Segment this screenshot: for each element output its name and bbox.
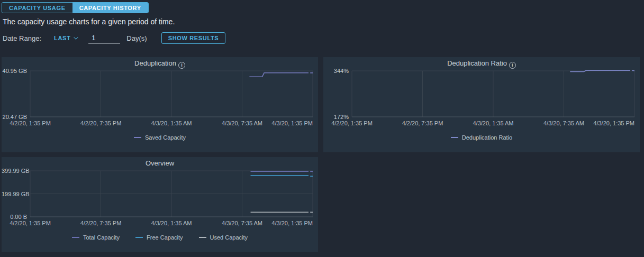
y-axis-label: 199.99 GB: [2, 191, 27, 197]
x-axis-label: 4/2/20, 7:35 PM: [80, 120, 122, 126]
page-description: The capacity usage charts for a given pe…: [3, 17, 175, 26]
legend-label: Free Capacity: [147, 234, 183, 241]
chart-legend: Saved Capacity: [2, 134, 318, 141]
x-axis-label: 4/3/20, 1:35 PM: [271, 220, 313, 226]
legend-label: Saved Capacity: [145, 134, 186, 141]
x-axis-label: 4/3/20, 1:35 AM: [151, 220, 192, 226]
days-input[interactable]: [88, 33, 120, 44]
legend-label: Used Capacity: [210, 234, 248, 241]
capacity-tab-group: CAPACITY USAGE CAPACITY HISTORY: [2, 2, 149, 13]
legend-line-icon: [72, 237, 79, 238]
x-axis-label: 4/2/20, 1:35 PM: [10, 220, 51, 226]
legend-item: Free Capacity: [135, 234, 183, 241]
y-axis-label: 0.00 B: [2, 214, 27, 220]
x-axis-label: 4/3/20, 1:35 AM: [151, 120, 192, 126]
legend-item: Total Capacity: [72, 234, 120, 241]
legend-label: Deduplication Ratio: [462, 134, 512, 141]
series-end-dash: [632, 70, 634, 71]
x-axis-label: 4/2/20, 1:35 PM: [10, 120, 51, 126]
chart-panel-deduplication: Deduplicationi 40.95 GB20.47 GB4/2/20, 1…: [2, 57, 318, 152]
tab-capacity-usage[interactable]: CAPACITY USAGE: [2, 3, 72, 13]
series-line: [249, 73, 309, 77]
legend-line-icon: [134, 137, 141, 138]
chart-panel-deduplication-ratio: Deduplication Ratioi 344%172%4/2/20, 1:3…: [323, 57, 640, 152]
last-dropdown-label: LAST: [54, 35, 70, 41]
y-axis-label: 172%: [323, 114, 349, 120]
last-dropdown[interactable]: LAST: [54, 35, 77, 41]
y-axis-label: 20.47 GB: [2, 114, 27, 120]
date-range-filter: Date Range: LAST Day(s) SHOW RESULTS: [3, 32, 225, 44]
date-range-label: Date Range:: [3, 34, 41, 42]
x-axis-label: 4/3/20, 1:35 AM: [473, 120, 513, 126]
legend-label: Total Capacity: [83, 234, 120, 241]
y-axis-label: 40.95 GB: [2, 68, 27, 74]
tab-capacity-history[interactable]: CAPACITY HISTORY: [72, 3, 148, 13]
days-unit-label: Day(s): [126, 34, 147, 42]
chevron-down-icon: [74, 35, 78, 39]
x-axis-label: 4/2/20, 1:35 PM: [331, 120, 373, 126]
y-axis-label: 399.99 GB: [2, 168, 27, 174]
show-results-button[interactable]: SHOW RESULTS: [161, 32, 226, 44]
legend-line-icon: [135, 237, 143, 238]
legend-line-icon: [451, 137, 458, 138]
y-axis-label: 344%: [323, 68, 349, 74]
x-axis-label: 4/3/20, 1:35 PM: [271, 120, 313, 126]
legend-item: Saved Capacity: [134, 134, 186, 141]
x-axis-label: 4/3/20, 1:35 PM: [593, 120, 634, 126]
x-axis-label: 4/2/20, 7:35 PM: [402, 120, 443, 126]
x-axis-label: 4/3/20, 7:35 AM: [222, 220, 262, 226]
x-axis-label: 4/2/20, 7:35 PM: [80, 220, 122, 226]
x-axis-label: 4/3/20, 7:35 AM: [222, 120, 262, 126]
legend-line-icon: [199, 237, 206, 238]
legend-item: Used Capacity: [199, 234, 248, 241]
chart-legend: Total CapacityFree CapacityUsed Capacity: [2, 234, 318, 241]
chart-panel-overview: Overview 399.99 GB199.99 GB0.00 B4/2/20,…: [2, 157, 318, 252]
legend-item: Deduplication Ratio: [451, 134, 512, 141]
x-axis-label: 4/3/20, 7:35 AM: [543, 120, 584, 126]
chart-legend: Deduplication Ratio: [323, 134, 640, 141]
